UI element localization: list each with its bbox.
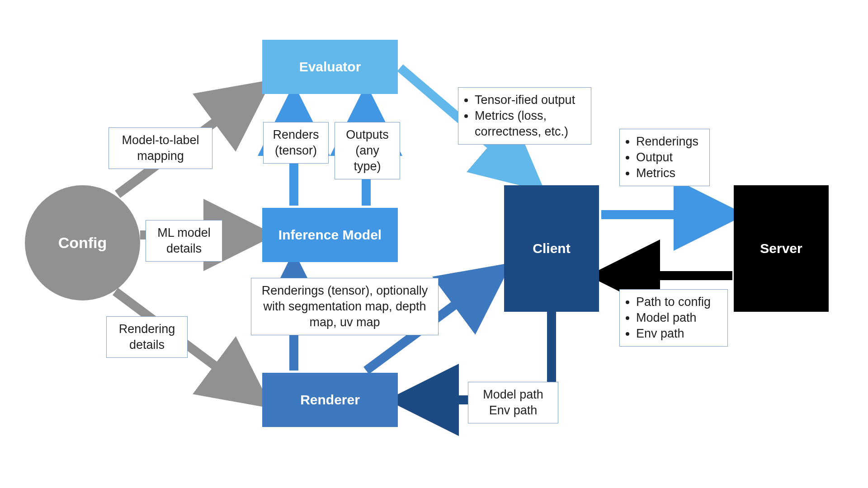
- node-config: Config: [25, 185, 140, 300]
- label-line: Renderings: [636, 134, 703, 150]
- label-line: Metrics (loss, correctness, etc.): [475, 108, 585, 140]
- label-line: Metrics: [636, 165, 703, 181]
- label-line: Renders: [270, 127, 322, 143]
- label-line: Tensor-ified output: [475, 92, 585, 108]
- label-outputs-anytype: Outputs (any type): [335, 122, 400, 179]
- label-renderings-output-metrics: Renderings Output Metrics: [619, 129, 710, 186]
- node-server: Server: [734, 185, 829, 312]
- label-renderings-seg: Renderings (tensor), optionally with seg…: [251, 278, 439, 335]
- label-line: Outputs: [341, 127, 393, 143]
- node-renderer: Renderer: [262, 373, 398, 427]
- label-modelpath-envpath: Model path Env path: [468, 382, 558, 423]
- label-line: Env path: [636, 326, 721, 342]
- label-ml-model-details: ML model details: [146, 220, 222, 262]
- label-line: Model path: [475, 387, 552, 403]
- label-rendering-details: Rendering details: [106, 316, 188, 358]
- label-tensor-metrics: Tensor-ified output Metrics (loss, corre…: [458, 87, 591, 145]
- node-inference: Inference Model: [262, 208, 398, 262]
- node-client: Client: [504, 185, 599, 312]
- label-line: Env path: [475, 403, 552, 418]
- label-path-to-config: Path to config Model path Env path: [619, 289, 728, 347]
- label-renders-tensor: Renders (tensor): [263, 122, 329, 164]
- label-line: (any type): [341, 143, 393, 174]
- node-evaluator: Evaluator: [262, 40, 398, 94]
- label-line: (tensor): [270, 143, 322, 159]
- label-line: Model path: [636, 310, 721, 326]
- label-line: Output: [636, 150, 703, 165]
- label-model-to-label: Model-to-label mapping: [108, 127, 212, 169]
- architecture-diagram: Config Evaluator Inference Model Rendere…: [0, 0, 868, 488]
- label-line: Path to config: [636, 294, 721, 310]
